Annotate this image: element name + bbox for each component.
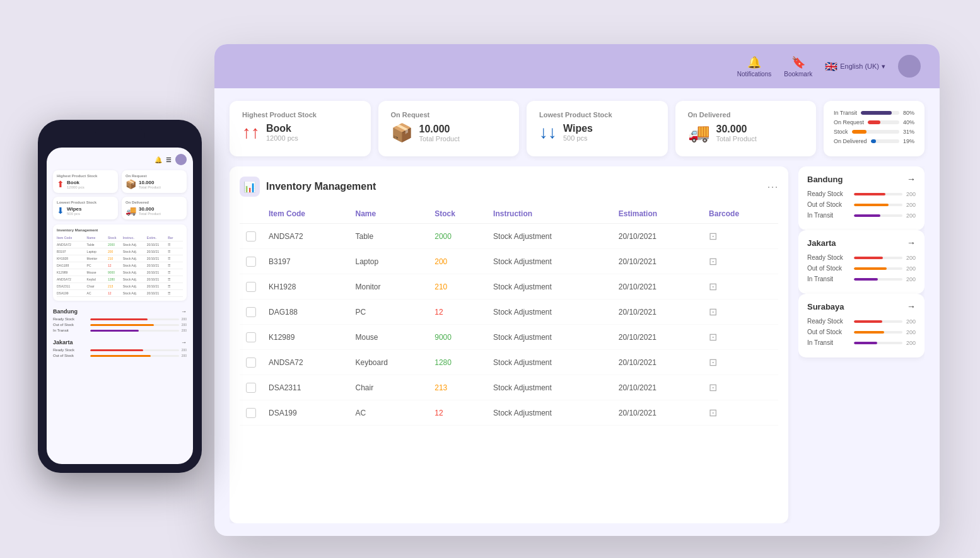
phone-bandung-ready-label: Ready Stock: [53, 317, 88, 321]
cell-checkbox: [240, 274, 262, 299]
user-avatar[interactable]: [898, 55, 921, 78]
col-stock: Stock: [428, 204, 487, 224]
row-checkbox[interactable]: [246, 307, 256, 317]
phone-lowest-stock-card: Lowest Product Stock ⬇ Wipes 500 pcs: [53, 197, 118, 219]
barcode-icon[interactable]: ⊡: [709, 306, 717, 317]
flag-icon: 🇬🇧: [825, 61, 837, 73]
phone-jakarta-out-row: Out of Stock 200: [53, 354, 187, 357]
chart-bar-fill: [852, 130, 866, 134]
phone-screen: 🔔 ☰ Highest Product Stock ⬆ Book 12000 p…: [47, 148, 193, 464]
barcode-icon[interactable]: ⊡: [709, 256, 717, 267]
barcode-icon[interactable]: ⊡: [709, 231, 717, 241]
phone-menu-icon[interactable]: ☰: [166, 156, 172, 163]
inventory-icon: 📊: [240, 177, 260, 197]
cell-barcode[interactable]: ⊡: [703, 400, 778, 426]
cell-instruction: Stock Adjustment: [487, 299, 612, 325]
phone-avatar[interactable]: [175, 154, 187, 165]
phone-notification-icon[interactable]: 🔔: [155, 156, 162, 163]
phone-lowest-stock-qty: 500 pcs: [67, 212, 82, 216]
row-checkbox[interactable]: [246, 383, 256, 393]
phone-inventory-title: Inventory Management: [57, 228, 183, 232]
inventory-menu-icon[interactable]: ⋯: [767, 180, 778, 194]
notifications-label: Notifications: [737, 71, 771, 78]
cell-code: DSA2311: [262, 375, 349, 400]
cell-name: AC: [349, 400, 428, 426]
location-cards: Bandung → Ready Stock 200 Out of Stock 2…: [798, 166, 925, 357]
on-request-sub: Total Product: [419, 135, 460, 142]
barcode-icon[interactable]: ⊡: [709, 357, 717, 368]
phone-jakarta-arrow[interactable]: →: [181, 339, 187, 346]
cell-name: Chair: [349, 375, 428, 400]
chart-card: In Transit 80% On Request 40% Stock 31% …: [824, 101, 925, 156]
cell-checkbox: [240, 325, 262, 350]
phone-on-delivered-label: On Delivered: [125, 201, 183, 204]
chart-legend-row: On Request 40%: [834, 119, 914, 125]
location-header: Surabaya →: [807, 301, 916, 311]
cell-barcode[interactable]: ⊡: [703, 224, 778, 249]
location-arrow[interactable]: →: [907, 238, 916, 248]
chart-legend-label: On Delivered: [834, 138, 867, 144]
bookmark-button[interactable]: 🔖 Bookmark: [784, 55, 812, 78]
loc-transit-label: In Transit: [807, 212, 850, 219]
cell-barcode[interactable]: ⊡: [703, 249, 778, 274]
row-checkbox[interactable]: [246, 332, 256, 342]
barcode-icon[interactable]: ⊡: [709, 332, 717, 342]
phone-jakarta-section: Jakarta → Ready Stock 200 Out of Stock 2…: [53, 337, 187, 362]
right-panel: Bandung → Ready Stock 200 Out of Stock 2…: [798, 166, 925, 523]
loc-ready-bar-bg: [854, 193, 902, 195]
phone-on-delivered-value: 30.000: [139, 206, 161, 212]
phone-on-request-label: On Request: [125, 174, 183, 178]
cell-barcode[interactable]: ⊡: [703, 325, 778, 350]
highest-stock-product: Book: [266, 123, 298, 134]
language-selector[interactable]: 🇬🇧 English (UK) ▾: [825, 61, 885, 73]
cell-instruction: Stock Adjustment: [487, 224, 612, 249]
cell-barcode[interactable]: ⊡: [703, 375, 778, 400]
loc-transit-val: 200: [906, 276, 916, 282]
cell-name: Mouse: [349, 325, 428, 350]
row-checkbox[interactable]: [246, 357, 256, 368]
row-checkbox[interactable]: [246, 257, 256, 267]
location-header: Bandung →: [807, 174, 916, 184]
cell-barcode[interactable]: ⊡: [703, 299, 778, 325]
row-checkbox[interactable]: [246, 231, 256, 241]
loc-transit-val: 200: [906, 340, 916, 346]
highest-stock-icon: ↑↑: [242, 122, 260, 142]
barcode-icon[interactable]: ⊡: [709, 382, 717, 393]
phone-bandung-arrow[interactable]: →: [181, 308, 187, 315]
cell-stock: 2000: [428, 224, 487, 249]
loc-transit-bar-fill: [854, 278, 878, 281]
cell-barcode[interactable]: ⊡: [703, 350, 778, 375]
phone-stats-grid: Highest Product Stock ⬆ Book 12000 pcs O…: [53, 170, 187, 219]
bookmark-icon: 🔖: [791, 55, 805, 69]
phone-table-row: ANDSA72Keybd1280Stock Adj.20/10/21☰: [57, 276, 183, 283]
barcode-icon[interactable]: ⊡: [709, 407, 717, 418]
col-checkbox: [240, 204, 262, 224]
loc-out-bar-bg: [854, 331, 902, 334]
row-checkbox[interactable]: [246, 282, 256, 292]
barcode-icon[interactable]: ⊡: [709, 281, 717, 292]
chevron-down-icon: ▾: [882, 62, 885, 71]
loc-out-row: Out of Stock 200: [807, 265, 916, 272]
highest-stock-label: Highest Product Stock: [242, 111, 358, 119]
notifications-button[interactable]: 🔔 Notifications: [737, 55, 771, 78]
phone-on-delivered-icon: 🚚: [125, 206, 136, 216]
loc-ready-val: 200: [906, 255, 916, 261]
cell-stock: 12: [428, 299, 487, 325]
chart-bar-bg: [871, 139, 899, 143]
location-arrow[interactable]: →: [907, 174, 916, 184]
phone-header: 🔔 ☰: [53, 154, 187, 165]
loc-out-bar-bg: [854, 204, 902, 206]
location-arrow[interactable]: →: [907, 301, 916, 311]
loc-out-bar-fill: [854, 204, 889, 206]
phone-highest-stock-product: Book: [67, 180, 85, 185]
chart-legend-val: 40%: [903, 119, 914, 125]
cell-code: DAG188: [262, 299, 349, 325]
cell-barcode[interactable]: ⊡: [703, 274, 778, 299]
col-estimation: Estimation: [612, 204, 703, 224]
cell-estimation: 20/10/2021: [612, 375, 703, 400]
cell-code: B3197: [262, 249, 349, 274]
cell-estimation: 20/10/2021: [612, 274, 703, 299]
phone-on-request-value: 10.000: [139, 180, 161, 185]
loc-out-bar-bg: [854, 267, 902, 270]
row-checkbox[interactable]: [246, 408, 256, 418]
